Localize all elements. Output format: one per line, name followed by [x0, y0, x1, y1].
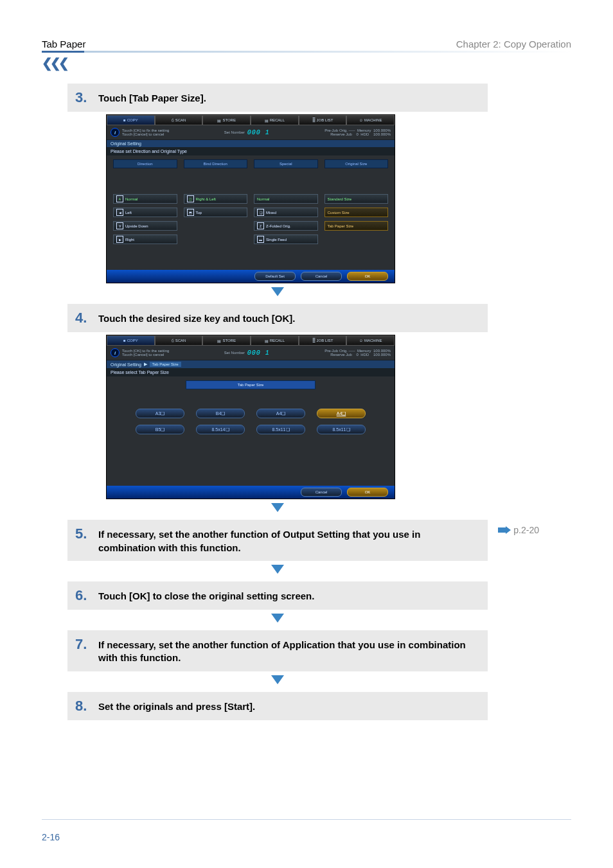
- size-a4-button[interactable]: A4❏: [256, 409, 305, 418]
- mixed-icon: ❏: [257, 209, 264, 216]
- col-origsize: Original Size: [324, 159, 389, 168]
- cancel-button-2[interactable]: Cancel: [301, 488, 342, 497]
- left-icon: ◀: [116, 209, 123, 216]
- bind-rightleft-button[interactable]: ◫Right & Left: [184, 194, 248, 204]
- screenshot-original-setting: ■COPY ⎙SCAN ▤STORE ▤RECALL ≣JOB LIST ☺MA…: [106, 114, 395, 283]
- svg-marker-0: [271, 287, 284, 296]
- arrow-down-icon-4: [67, 614, 488, 626]
- set-number-value: 000 1: [247, 129, 270, 136]
- svg-marker-3: [271, 565, 284, 574]
- portrait-icon: A: [116, 195, 123, 202]
- right-icon: ▶: [116, 236, 123, 243]
- tab-store-2[interactable]: ▤STORE: [202, 335, 251, 346]
- tab-copy-2[interactable]: ■COPY: [107, 335, 155, 346]
- instruction-note: Please set Direction and Original Type: [107, 147, 395, 155]
- size-85x14-button[interactable]: 8.5x14❏: [196, 425, 245, 434]
- tab-store[interactable]: ▤STORE: [202, 115, 251, 125]
- screenshot-tab-paper-size: ■COPY ⎙SCAN ▤STORE ▤RECALL ≣JOB LIST ☺MA…: [106, 335, 395, 499]
- special-zfold-button[interactable]: ZZ-Folded Orig.: [254, 221, 318, 231]
- chevrons-left-icon: ❮❮❮: [42, 55, 571, 71]
- tab-joblist-2[interactable]: ≣JOB LIST: [299, 335, 347, 346]
- header-right: Chapter 2: Copy Operation: [456, 39, 571, 49]
- tab-joblist[interactable]: ≣JOB LIST: [299, 115, 347, 125]
- ok-button[interactable]: OK: [347, 272, 388, 281]
- single-icon: ▬: [257, 236, 264, 243]
- step-7: 7. If necessary, set the another functio…: [67, 630, 488, 671]
- info-row: i Touch [OK] to fix the setting Touch [C…: [107, 125, 395, 140]
- info-row-2: i Touch [OK] to fix the setting Touch [C…: [107, 346, 395, 360]
- footer-rule: [42, 819, 571, 820]
- crossref-link[interactable]: p.2-20: [498, 525, 539, 535]
- mfp-tabs-2: ■COPY ⎙SCAN ▤STORE ▤RECALL ≣JOB LIST ☺MA…: [107, 335, 395, 346]
- tab-scan[interactable]: ⎙SCAN: [155, 115, 203, 125]
- step-7-text: If necessary, set the another function o…: [98, 637, 480, 665]
- special-mixed-button[interactable]: ❏Mixed: [254, 208, 318, 217]
- tab-machine[interactable]: ☺MACHINE: [346, 115, 395, 125]
- arrow-down-icon-5: [67, 675, 488, 688]
- step-8-text: Set the originals and press [Start].: [98, 698, 255, 713]
- tab-recall-2[interactable]: ▤RECALL: [251, 335, 299, 346]
- header-rule: [42, 51, 571, 53]
- special-single-button[interactable]: ▬Single Feed: [254, 235, 318, 244]
- bind-rl-icon: ◫: [187, 195, 194, 202]
- size-85x11p-button[interactable]: 8.5x11❏: [317, 425, 366, 434]
- default-set-button[interactable]: Default Set: [254, 272, 296, 281]
- arrow-down-icon: [67, 287, 488, 300]
- step-3-number: 3.: [75, 90, 92, 105]
- cancel-button[interactable]: Cancel: [301, 272, 342, 281]
- step-8: 8. Set the originals and press [Start].: [67, 692, 488, 720]
- dir-normal-button[interactable]: ANormal: [113, 194, 177, 204]
- origsize-tabpaper-button[interactable]: Tab Paper Size: [324, 221, 389, 231]
- svg-marker-5: [271, 675, 284, 684]
- step-5-text: If necessary, set the another function o…: [98, 526, 480, 554]
- step-4-text: Touch the desired size key and touch [OK…: [98, 310, 295, 325]
- step-6: 6. Touch [OK] to close the original sett…: [67, 581, 488, 610]
- size-b4-button[interactable]: B4❏: [196, 409, 245, 418]
- arrow-down-icon-2: [67, 503, 488, 516]
- info-line-1: Touch [OK] to fix the setting: [122, 128, 169, 133]
- col-special: Special: [254, 159, 318, 168]
- col-direction: Direction: [113, 159, 177, 168]
- dir-upside-button[interactable]: ∀Upside Down: [113, 221, 177, 231]
- special-normal-button[interactable]: Normal: [254, 194, 318, 204]
- header-left: Tab Paper: [42, 39, 85, 49]
- size-85x11-button[interactable]: 8.5x11❏: [256, 425, 305, 434]
- step-6-number: 6.: [75, 588, 92, 603]
- tab-copy[interactable]: ■COPY: [107, 115, 155, 125]
- breadcrumb: Original Setting: [107, 140, 395, 147]
- step-4-number: 4.: [75, 310, 92, 326]
- tab-machine-2[interactable]: ☺MACHINE: [346, 335, 395, 346]
- zfold-icon: Z: [257, 222, 264, 229]
- set-number-label: Set Number: [224, 130, 245, 135]
- tab-scan-2[interactable]: ⎙SCAN: [155, 335, 203, 346]
- bind-top-button[interactable]: ⬒Top: [184, 208, 248, 217]
- footer-bar-2: Cancel OK: [107, 486, 395, 499]
- step-5: 5. If necessary, set the another functio…: [67, 520, 488, 561]
- step-4: 4. Touch the desired size key and touch …: [67, 304, 488, 332]
- step-6-text: Touch [OK] to close the original setting…: [98, 588, 314, 603]
- dir-left-button[interactable]: ◀Left: [113, 208, 177, 217]
- breadcrumb-2: Original Setting▶ Tab Paper Size: [107, 360, 395, 368]
- footer-bar: Default Set Cancel OK: [107, 270, 395, 283]
- step-8-number: 8.: [75, 698, 92, 714]
- col-bind: Bind Direction: [184, 159, 248, 168]
- size-b5-button[interactable]: B5❏: [136, 425, 184, 434]
- size-a4p-button[interactable]: A4❏: [317, 409, 366, 418]
- size-header: Tab Paper Size: [186, 380, 315, 389]
- info-icon: i: [111, 128, 120, 137]
- bind-top-icon: ⬒: [187, 209, 194, 216]
- page-number: 2-16: [42, 832, 60, 842]
- crossref-icon: [498, 526, 511, 534]
- instruction-note-2: Please select Tab Paper Size: [107, 368, 395, 376]
- arrow-down-icon-3: [67, 565, 488, 578]
- info-line-2: Touch [Cancel] to cancel: [122, 132, 169, 137]
- svg-marker-2: [498, 526, 511, 534]
- info-icon-2: i: [111, 348, 120, 357]
- ok-button-2[interactable]: OK: [347, 488, 388, 497]
- origsize-custom-button[interactable]: Custom Size: [324, 208, 389, 217]
- tab-recall[interactable]: ▤RECALL: [251, 115, 299, 125]
- origsize-standard-button[interactable]: Standard Size: [324, 194, 389, 204]
- size-a3-button[interactable]: A3❏: [136, 409, 184, 418]
- dir-right-button[interactable]: ▶Right: [113, 235, 177, 244]
- step-5-number: 5.: [75, 526, 92, 542]
